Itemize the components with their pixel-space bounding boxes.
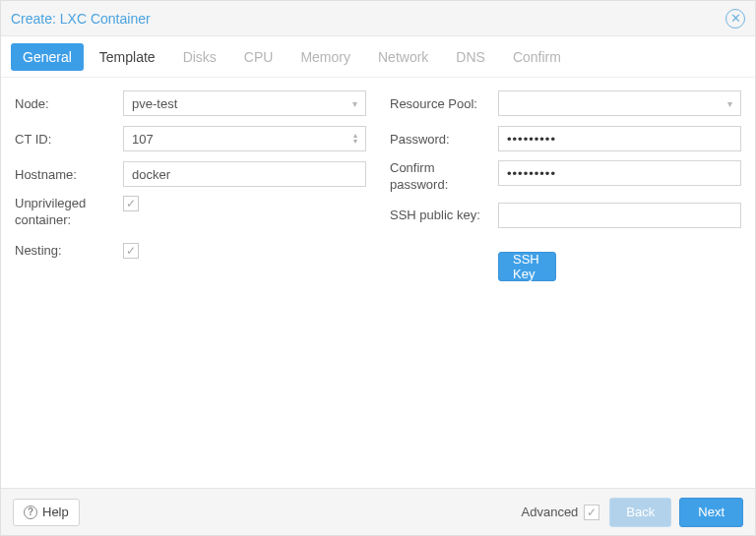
row-pool: Resource Pool: ▾ xyxy=(390,89,741,117)
row-password: Password: ••••••••• xyxy=(390,125,741,152)
confirm-password-label: Confirm password: xyxy=(390,160,498,194)
footer: ? Help Advanced ✓ Back Next xyxy=(1,488,755,535)
advanced-checkbox[interactable]: ✓ xyxy=(584,505,599,520)
password-label: Password: xyxy=(390,132,498,147)
titlebar: Create: LXC Container ✕ xyxy=(1,1,755,36)
help-icon: ? xyxy=(24,506,37,519)
tab-cpu[interactable]: CPU xyxy=(232,43,285,71)
form-area: Node: pve-test ▾ CT ID: 107 ▴ ▾ xyxy=(1,78,755,488)
close-icon: ✕ xyxy=(730,12,741,25)
row-load-ssh: Load SSH Key File xyxy=(390,237,741,281)
row-nesting: Nesting: ✓ xyxy=(15,237,366,265)
node-value: pve-test xyxy=(132,96,177,111)
row-ctid: CT ID: 107 ▴ ▾ xyxy=(15,125,366,152)
hostname-value: docker xyxy=(132,167,170,182)
tab-bar: General Template Disks CPU Memory Networ… xyxy=(1,36,755,78)
load-ssh-key-button[interactable]: Load SSH Key File xyxy=(498,252,556,281)
unprivileged-label: Unprivileged container: xyxy=(15,196,123,229)
advanced-toggle[interactable]: Advanced ✓ xyxy=(522,505,600,520)
dialog-window: Create: LXC Container ✕ General Template… xyxy=(0,0,756,536)
node-label: Node: xyxy=(15,96,123,111)
chevron-down-icon: ▾ xyxy=(352,98,357,109)
unprivileged-checkbox[interactable]: ✓ xyxy=(123,196,139,211)
pool-select[interactable]: ▾ xyxy=(498,90,741,116)
row-ssh-key: SSH public key: xyxy=(390,202,741,229)
password-value: ••••••••• xyxy=(507,132,556,147)
ctid-value: 107 xyxy=(132,132,154,147)
hostname-label: Hostname: xyxy=(15,167,123,182)
next-button[interactable]: Next xyxy=(679,498,743,527)
right-column: Resource Pool: ▾ Password: ••••••••• xyxy=(390,89,741,476)
check-icon: ✓ xyxy=(126,197,136,210)
row-unprivileged: Unprivileged container: ✓ xyxy=(15,196,366,229)
advanced-label: Advanced xyxy=(522,505,579,519)
ssh-key-input[interactable] xyxy=(498,203,741,228)
spinner-down-icon: ▾ xyxy=(353,139,357,145)
next-label: Next xyxy=(698,505,724,519)
ssh-key-label: SSH public key: xyxy=(390,208,498,222)
tab-general[interactable]: General xyxy=(11,43,84,71)
help-label: Help xyxy=(42,505,69,519)
dialog-title: Create: LXC Container xyxy=(11,11,725,27)
hostname-input[interactable]: docker xyxy=(123,161,366,187)
tab-confirm[interactable]: Confirm xyxy=(501,43,573,71)
node-select[interactable]: pve-test ▾ xyxy=(123,90,366,116)
help-button[interactable]: ? Help xyxy=(13,499,80,526)
chevron-down-icon: ▾ xyxy=(727,98,732,109)
number-spinner[interactable]: ▴ ▾ xyxy=(353,133,357,145)
tab-disks[interactable]: Disks xyxy=(171,43,228,71)
confirm-password-input[interactable]: ••••••••• xyxy=(498,160,741,186)
load-ssh-key-label: Load SSH Key File xyxy=(513,237,541,296)
back-button: Back xyxy=(609,498,671,527)
close-button[interactable]: ✕ xyxy=(725,9,745,29)
nesting-checkbox[interactable]: ✓ xyxy=(123,243,139,259)
row-confirm-password: Confirm password: ••••••••• xyxy=(390,160,741,194)
ctid-input[interactable]: 107 ▴ ▾ xyxy=(123,126,366,151)
nesting-label: Nesting: xyxy=(15,243,123,258)
tab-template[interactable]: Template xyxy=(88,43,167,71)
pool-label: Resource Pool: xyxy=(390,96,498,111)
back-label: Back xyxy=(626,505,655,519)
tab-dns[interactable]: DNS xyxy=(444,43,497,71)
password-input[interactable]: ••••••••• xyxy=(498,126,741,151)
check-icon: ✓ xyxy=(587,506,597,519)
row-hostname: Hostname: docker xyxy=(15,160,366,188)
left-column: Node: pve-test ▾ CT ID: 107 ▴ ▾ xyxy=(15,89,366,476)
confirm-password-value: ••••••••• xyxy=(507,166,556,181)
check-icon: ✓ xyxy=(126,244,136,258)
row-node: Node: pve-test ▾ xyxy=(15,89,366,117)
tab-memory[interactable]: Memory xyxy=(288,43,362,71)
ctid-label: CT ID: xyxy=(15,132,123,147)
tab-network[interactable]: Network xyxy=(366,43,440,71)
